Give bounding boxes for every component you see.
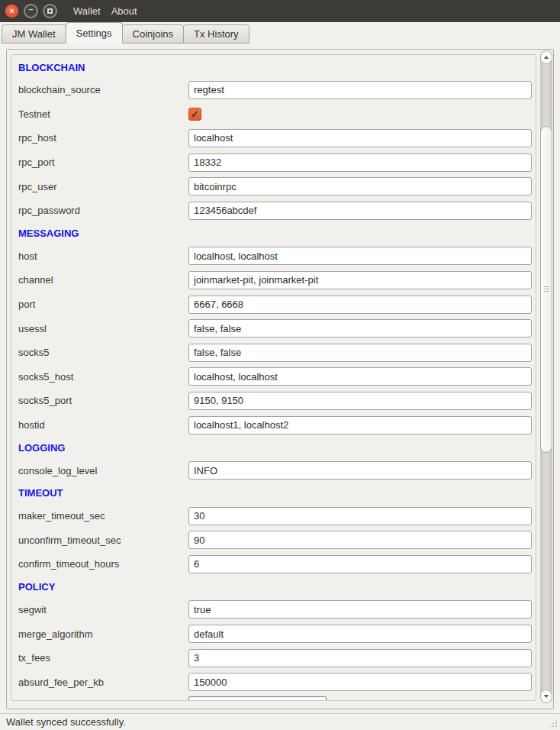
settings-rows: BLOCKCHAIN blockchain_source Testnet ✓ r… <box>11 57 536 701</box>
field-label: segwit <box>18 604 188 615</box>
console_log_level-input[interactable] <box>188 461 532 480</box>
settings-field-row: tx_fees <box>11 646 536 670</box>
scrollbar-grip-icon <box>544 286 549 293</box>
blockchain_source-input[interactable] <box>188 81 532 99</box>
rpc_host-input[interactable] <box>188 129 532 147</box>
testnet-checkbox[interactable]: ✓ <box>188 108 201 121</box>
section-row: POLICY <box>11 577 536 598</box>
close-icon[interactable]: × <box>5 4 19 18</box>
field-label: console_log_level <box>18 465 188 476</box>
menu-about[interactable]: About <box>106 5 143 17</box>
rpc_password-input[interactable] <box>188 202 532 220</box>
field-label: tx_fees <box>18 652 188 664</box>
scrollbar-thumb[interactable] <box>540 126 552 453</box>
section-header: TIMEOUT <box>18 487 63 499</box>
section-row: MESSAGING <box>11 223 536 244</box>
settings-field-row: usessl <box>11 316 536 341</box>
rpc_port-input[interactable] <box>188 153 532 172</box>
settings-field-row: rpc_host <box>11 126 536 150</box>
hostid-input[interactable] <box>188 416 532 434</box>
unconfirm_timeout_sec-input[interactable] <box>188 531 532 549</box>
clipped-field-row <box>11 694 536 701</box>
settings-field-row: port <box>11 292 536 317</box>
menu-wallet[interactable]: Wallet <box>68 5 106 17</box>
field-label: channel <box>18 274 188 286</box>
settings-field-row: socks5_port <box>11 389 536 413</box>
settings-field-row: socks5 <box>11 341 536 365</box>
settings-field-row: rpc_password <box>11 199 536 223</box>
field-label: absurd_fee_per_kb <box>18 677 188 688</box>
rpc_user-input[interactable] <box>188 177 532 195</box>
segwit-input[interactable] <box>188 600 532 619</box>
field-label: rpc_user <box>18 181 188 192</box>
settings-field-row: segwit <box>11 598 536 622</box>
section-header: BLOCKCHAIN <box>18 62 85 73</box>
field-label: Testnet <box>18 108 188 120</box>
settings-field-row: rpc_port <box>11 150 536 175</box>
settings-field-row: absurd_fee_per_kb <box>11 670 536 694</box>
settings-field-row: console_log_level <box>11 458 536 483</box>
field-label: port <box>18 299 188 310</box>
titlebar: × – Wallet About <box>0 0 560 22</box>
field-label: rpc_host <box>18 132 188 144</box>
settings-field-row: Testnet ✓ <box>11 102 536 127</box>
socks5_host-input[interactable] <box>188 367 532 386</box>
settings-form: BLOCKCHAIN blockchain_source Testnet ✓ r… <box>11 54 536 701</box>
section-row: TIMEOUT <box>11 483 536 504</box>
vertical-scrollbar[interactable] <box>540 50 552 703</box>
status-message: Wallet synced successfully. <box>6 716 126 728</box>
tab-bar: JM Wallet Settings Coinjoins Tx History <box>0 22 560 44</box>
arrow-down-icon <box>544 695 549 698</box>
field-label: rpc_password <box>18 205 188 216</box>
settings-field-row: socks5_host <box>11 365 536 389</box>
maker_timeout_sec-input[interactable] <box>188 507 532 525</box>
channel-input[interactable] <box>188 271 532 289</box>
settings-field-row: blockchain_source <box>11 78 536 102</box>
arrow-up-icon <box>544 56 549 59</box>
field-label: socks5 <box>18 347 188 358</box>
clipped-input[interactable] <box>188 696 327 701</box>
scroll-down-button[interactable] <box>540 690 552 703</box>
tab-settings[interactable]: Settings <box>66 22 123 44</box>
menubar: Wallet About <box>68 5 143 17</box>
field-label: usessl <box>18 323 188 334</box>
confirm_timeout_hours-input[interactable] <box>188 555 532 573</box>
section-header: LOGGING <box>18 442 65 454</box>
resize-grip-icon[interactable] <box>549 719 558 728</box>
section-row: LOGGING <box>11 437 536 458</box>
field-label: host <box>18 250 188 262</box>
tab-coinjoins[interactable]: Coinjoins <box>122 24 184 44</box>
scroll-up-button[interactable] <box>540 50 552 64</box>
settings-scroll-area: BLOCKCHAIN blockchain_source Testnet ✓ r… <box>6 49 554 709</box>
host-input[interactable] <box>188 247 532 265</box>
socks5_port-input[interactable] <box>188 392 532 410</box>
field-label: merge_algorithm <box>18 628 188 640</box>
settings-field-row: confirm_timeout_hours <box>11 552 536 577</box>
settings-field-row: unconfirm_timeout_sec <box>11 528 536 553</box>
socks5-input[interactable] <box>188 344 532 362</box>
section-header: POLICY <box>18 581 55 593</box>
section-row: BLOCKCHAIN <box>11 57 536 78</box>
tab-tx-history[interactable]: Tx History <box>183 24 249 44</box>
settings-field-row: maker_timeout_sec <box>11 504 536 528</box>
minimize-icon[interactable]: – <box>24 4 38 18</box>
port-input[interactable] <box>188 296 532 314</box>
field-label: socks5_host <box>18 371 188 383</box>
settings-field-row: channel <box>11 268 536 292</box>
settings-field-row: merge_algorithm <box>11 622 536 646</box>
tx_fees-input[interactable] <box>188 649 532 667</box>
absurd_fee_per_kb-input[interactable] <box>188 673 532 691</box>
settings-field-row: rpc_user <box>11 174 536 199</box>
maximize-icon[interactable] <box>43 4 57 18</box>
section-header: MESSAGING <box>18 228 79 239</box>
usessl-input[interactable] <box>188 319 532 338</box>
tab-jm-wallet[interactable]: JM Wallet <box>2 24 66 44</box>
settings-pane: BLOCKCHAIN blockchain_source Testnet ✓ r… <box>0 44 560 713</box>
app-window: × – Wallet About JM Wallet Settings Coin… <box>0 0 560 730</box>
field-label: confirm_timeout_hours <box>18 558 188 570</box>
status-bar: Wallet synced successfully. <box>0 713 560 730</box>
field-label: socks5_port <box>18 395 188 406</box>
merge_algorithm-input[interactable] <box>188 625 532 643</box>
field-label: rpc_port <box>18 157 188 168</box>
field-label: maker_timeout_sec <box>18 510 188 522</box>
